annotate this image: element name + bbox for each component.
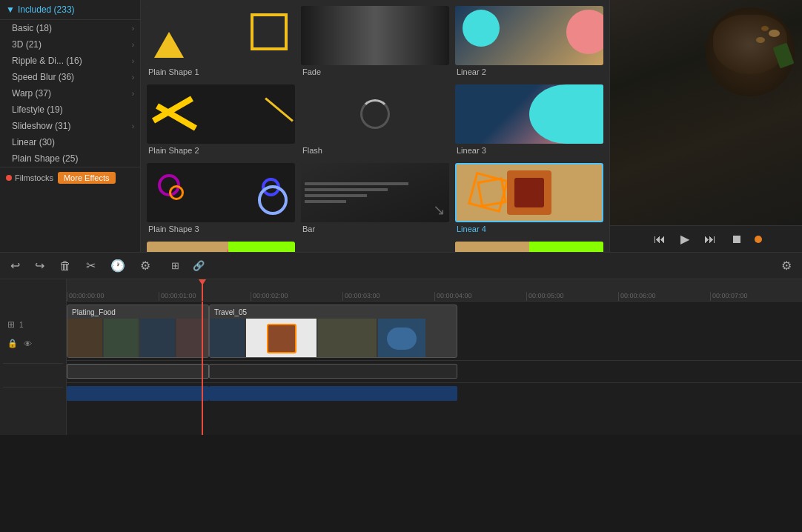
track-ctrl-row-video: ⊞ 1 [6, 316, 60, 333]
tracks: Plating_Food Travel_05 [67, 302, 802, 435]
effect-thumb-linear3 [455, 84, 603, 144]
undo-button[interactable]: ↩ [6, 256, 24, 276]
settings-button[interactable]: ⚙ [136, 256, 155, 276]
link-button[interactable]: ⊞ [167, 257, 184, 274]
redo-button[interactable]: ↪ [30, 256, 49, 276]
preview-controls: ⏮ ▶ ⏭ ⏹ [610, 225, 802, 252]
effect-color[interactable] [455, 242, 603, 252]
effect-track [67, 361, 802, 383]
effect-label-plain1: Plain Shape 1 [147, 65, 295, 79]
effect-label-plain2: Plain Shape 2 [147, 144, 295, 157]
timeline-ruler-row: 00:00:00:00 00:00:01:00 00:00:02:00 00:0… [0, 279, 802, 302]
effect-thumb-plain3 [147, 163, 295, 222]
sidebar-item-arrow-1: › [132, 41, 134, 49]
delete-button[interactable]: 🗑 [55, 256, 76, 276]
sidebar-item-label-0: Basic (18) [12, 23, 52, 33]
ruler-mark-0: 00:00:00:00 [67, 292, 159, 301]
effect-thumb-linear4 [455, 163, 603, 222]
forward-button[interactable]: ⏭ [701, 231, 719, 247]
sidebar-item-arrow-2: › [132, 57, 134, 65]
sidebar-item-label-6: Slideshow (31) [12, 121, 70, 131]
sidebar-item-arrow-6: › [132, 122, 134, 130]
sidebar-item-7[interactable]: Linear (30) [0, 134, 140, 150]
bottom-section: ↩ ↪ 🗑 ✂ 🕐 ⚙ ⊞ 🔗 ⚙ 00:00:00:00 00:00:01:0… [0, 252, 802, 435]
ruler-mark-1: 00:00:01:00 [159, 292, 251, 301]
more-effects-button[interactable]: More Effects [58, 172, 116, 184]
effect-label-linear3: Linear 3 [455, 144, 603, 157]
sidebar-item-6[interactable]: Slideshow (31)› [0, 118, 140, 134]
effect-flash[interactable]: Flash [301, 84, 449, 157]
sidebar-item-2[interactable]: Ripple & Di... (16)› [0, 53, 140, 69]
clip-label-travel: Travel_05 [214, 308, 247, 316]
effect-label-flash: Flash [301, 144, 449, 157]
effect-linear3[interactable]: Linear 3 [455, 84, 603, 157]
sidebar-item-label-8: Plain Shape (25) [12, 153, 78, 164]
clip-label-plating: Plating_Food [72, 308, 116, 316]
sidebar-item-label-1: 3D (21) [12, 39, 42, 50]
audio-clip-1[interactable] [67, 386, 209, 401]
sidebar-item-8[interactable]: Plain Shape (25) [0, 150, 140, 167]
chain-button[interactable]: 🔗 [188, 257, 209, 274]
effect-plain1[interactable]: Plain Shape 1 [147, 6, 295, 79]
effect-fade[interactable]: Fade [301, 6, 449, 79]
sidebar-expand-icon: ▼ [6, 4, 15, 15]
lock-button[interactable]: 🔒 [6, 337, 19, 350]
timeline-area: ⊞ 1 🔒 👁 P [0, 302, 802, 435]
audio-track [67, 383, 802, 405]
video-track: Plating_Food Travel_05 [67, 302, 802, 361]
eye-button[interactable]: 👁 [22, 338, 33, 350]
toolbar-settings-right[interactable]: ⚙ [777, 256, 796, 276]
stop-button[interactable]: ⏹ [728, 231, 746, 247]
sidebar-item-label-4: Warp (37) [12, 88, 51, 99]
audio-clip-2[interactable] [209, 386, 457, 401]
effect-label-fade: Fade [301, 65, 449, 79]
effect-linear2[interactable]: Linear 2 [455, 6, 603, 79]
layer-icon-button[interactable]: ⊞ [6, 318, 16, 331]
track-ctrl-row-visibility: 🔒 👁 [6, 336, 60, 351]
effect-thumb-fade [301, 6, 449, 65]
clip-plating-food[interactable]: Plating_Food [67, 305, 209, 358]
effect-linear4[interactable]: Linear 4 [455, 163, 603, 236]
sidebar-header[interactable]: ▼ Included (233) [0, 0, 140, 20]
sidebar-items: Basic (18)›3D (21)›Ripple & Di... (16)›S… [0, 20, 140, 167]
cut-button[interactable]: ✂ [82, 256, 100, 276]
ruler-mark-3: 00:00:03:00 [342, 292, 434, 301]
sidebar-item-3[interactable]: Speed Blur (36)› [0, 69, 140, 85]
sidebar: ▼ Included (233) Basic (18)›3D (21)›Ripp… [0, 0, 141, 252]
effect-clip-2[interactable] [209, 364, 457, 379]
sidebar-item-label-5: Lifestyle (19) [12, 104, 63, 115]
effect-dots[interactable] [301, 242, 449, 252]
filmstocks-label: Filmstocks [6, 173, 53, 182]
ruler-marks: 00:00:00:00 00:00:01:00 00:00:02:00 00:0… [67, 279, 802, 301]
effect-label-bar: Bar [301, 222, 449, 236]
ruler-mark-5: 00:00:05:00 [526, 292, 618, 301]
playhead-dot [755, 236, 762, 243]
sidebar-item-label-3: Speed Blur (36) [12, 72, 74, 82]
clip-travel[interactable]: Travel_05 [209, 305, 457, 358]
sidebar-item-1[interactable]: 3D (21)› [0, 36, 140, 53]
sidebar-item-arrow-0: › [132, 24, 134, 33]
effect-clip-1[interactable] [67, 364, 209, 379]
effect-thumb-bar: ↘ [301, 163, 449, 222]
preview-panel: ⏮ ▶ ⏭ ⏹ [609, 0, 802, 252]
effect-bar[interactable]: ↘ Bar [301, 163, 449, 236]
effect-thumb-plain2 [147, 84, 295, 144]
history-button[interactable]: 🕐 [106, 256, 130, 276]
sidebar-item-0[interactable]: Basic (18)› [0, 20, 140, 36]
sidebar-item-label-7: Linear (30) [12, 137, 55, 147]
sidebar-item-4[interactable]: Warp (37)› [0, 85, 140, 102]
effect-stripes[interactable] [147, 242, 295, 252]
app-container: ▼ Included (233) Basic (18)›3D (21)›Ripp… [0, 0, 802, 532]
sidebar-item-label-2: Ripple & Di... (16) [12, 56, 82, 66]
play-button[interactable]: ▶ [677, 230, 692, 247]
filmstocks-bar: Filmstocks More Effects [0, 167, 140, 188]
effect-plain3[interactable]: Plain Shape 3 [147, 163, 295, 236]
effect-thumb-linear2 [455, 6, 603, 65]
effect-plain2[interactable]: Plain Shape 2 [147, 84, 295, 157]
ruler-mark-6: 00:00:06:00 [618, 292, 710, 301]
sidebar-item-5[interactable]: Lifestyle (19) [0, 102, 140, 118]
back-button[interactable]: ⏮ [651, 231, 669, 247]
ruler-mark-2: 00:00:02:00 [251, 292, 342, 301]
top-section: ▼ Included (233) Basic (18)›3D (21)›Ripp… [0, 0, 802, 252]
timeline-ruler[interactable]: 00:00:00:00 00:00:01:00 00:00:02:00 00:0… [67, 279, 802, 302]
